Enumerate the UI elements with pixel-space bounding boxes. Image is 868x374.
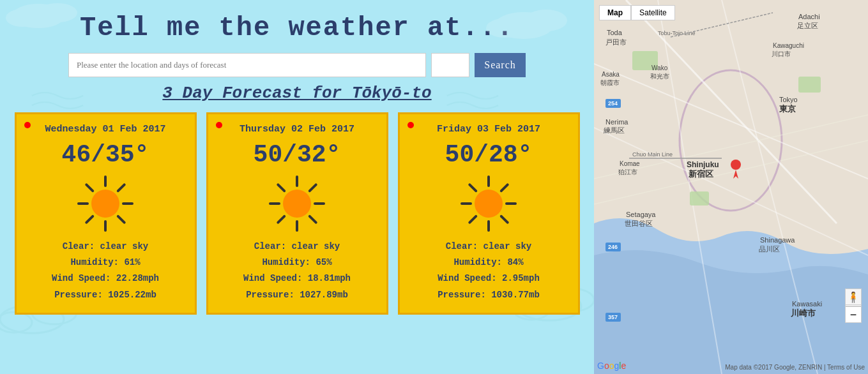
svg-text:世田谷区: 世田谷区	[625, 220, 653, 227]
svg-text:357: 357	[608, 314, 618, 320]
svg-text:254: 254	[608, 100, 618, 107]
svg-point-20	[91, 190, 119, 218]
svg-text:Adachi: Adachi	[798, 13, 820, 20]
svg-line-33	[501, 216, 508, 223]
card-temperature: 46/35°	[62, 141, 149, 168]
map-attribution: Map data ©2017 Google, ZENRIN | Terms of…	[725, 364, 865, 371]
sun-icon	[268, 175, 326, 232]
card-date: Wednesday 01 Feb 2017	[45, 124, 165, 135]
svg-text:Asaka: Asaka	[602, 71, 620, 78]
card-date: Thursday 02 Feb 2017	[240, 124, 354, 135]
svg-text:狛江市: 狛江市	[618, 168, 637, 176]
forecast-cards: Wednesday 01 Feb 201746/35°Clear: clear …	[0, 112, 594, 315]
status-dot	[216, 122, 222, 128]
svg-point-5	[487, 19, 522, 37]
svg-point-38	[475, 190, 503, 218]
svg-point-1	[38, 4, 77, 22]
forecast-card-2: Thursday 02 Feb 201750/32°Clear: clear s…	[206, 112, 388, 315]
svg-text:練馬区: 練馬区	[603, 126, 625, 134]
svg-line-15	[118, 216, 125, 223]
card-description: Clear: clear skyHumidity: 61%Wind Speed:…	[52, 239, 159, 303]
status-dot	[407, 122, 414, 128]
svg-line-35	[469, 216, 476, 223]
card-description: Clear: clear skyHumidity: 84%Wind Speed:…	[438, 239, 540, 303]
svg-line-22	[310, 184, 316, 191]
sun-icon	[460, 175, 517, 232]
svg-text:和光市: 和光市	[650, 73, 669, 80]
svg-line-31	[501, 184, 508, 191]
svg-text:戸田市: 戸田市	[605, 38, 627, 46]
map-controls: Map Satellite	[599, 5, 675, 20]
svg-point-29	[283, 190, 311, 218]
svg-point-81	[731, 160, 741, 170]
map-tab-map[interactable]: Map	[599, 5, 631, 20]
google-logo: Google	[597, 361, 626, 371]
svg-text:川崎市: 川崎市	[790, 308, 816, 318]
svg-text:東京: 東京	[779, 104, 796, 114]
map-panel: Toda 戸田市 Adachi 足立区 Asaka 朝霞市 Wako 和光市 K…	[594, 0, 868, 374]
svg-text:新宿区: 新宿区	[689, 169, 713, 179]
status-dot	[24, 122, 31, 128]
svg-text:Toda: Toda	[607, 29, 623, 36]
svg-text:朝霞市: 朝霞市	[600, 79, 620, 86]
svg-text:Nerima: Nerima	[605, 118, 628, 126]
svg-point-8	[0, 312, 32, 333]
svg-text:Kawasaki: Kawasaki	[792, 300, 822, 308]
zoom-out-button[interactable]: −	[845, 306, 862, 323]
svg-text:Setagaya: Setagaya	[626, 211, 656, 218]
svg-text:Kawaguchi: Kawaguchi	[773, 42, 804, 49]
svg-text:足立区: 足立区	[797, 22, 818, 29]
svg-text:Wako: Wako	[651, 64, 668, 71]
svg-text:Shinjuku: Shinjuku	[687, 160, 719, 169]
svg-line-26	[278, 216, 284, 223]
svg-line-13	[118, 184, 125, 191]
svg-line-19	[86, 184, 93, 191]
card-date: Friday 03 Feb 2017	[437, 124, 540, 135]
card-description: Clear: clear skyHumidity: 65%Wind Speed:…	[243, 239, 351, 303]
svg-line-17	[86, 216, 93, 223]
svg-rect-49	[798, 77, 821, 93]
svg-text:Chuo Main Line: Chuo Main Line	[632, 151, 673, 158]
svg-line-28	[278, 184, 284, 191]
svg-text:川口市: 川口市	[772, 50, 791, 57]
svg-line-24	[310, 216, 316, 223]
weather-panel: Tell me the weather at... 3 Search 3 Day…	[0, 0, 594, 374]
card-temperature: 50/32°	[254, 141, 341, 168]
svg-line-37	[469, 184, 476, 191]
pegman-icon[interactable]: 🧍	[845, 288, 862, 305]
svg-point-2	[6, 10, 38, 26]
card-temperature: 50/28°	[445, 141, 533, 168]
forecast-card-1: Wednesday 01 Feb 201746/35°Clear: clear …	[15, 112, 197, 315]
svg-text:Tokyo: Tokyo	[779, 96, 798, 103]
forecast-card-3: Friday 03 Feb 201750/28°Clear: clear sky…	[398, 112, 580, 315]
svg-point-4	[526, 10, 567, 31]
svg-text:品川区: 品川区	[759, 245, 780, 253]
svg-text:Komae: Komae	[620, 160, 640, 167]
svg-text:246: 246	[608, 244, 618, 250]
sun-icon	[77, 175, 134, 232]
svg-text:Shinagawa: Shinagawa	[760, 236, 795, 244]
svg-rect-50	[690, 191, 709, 206]
map-tab-satellite[interactable]: Satellite	[631, 5, 675, 20]
